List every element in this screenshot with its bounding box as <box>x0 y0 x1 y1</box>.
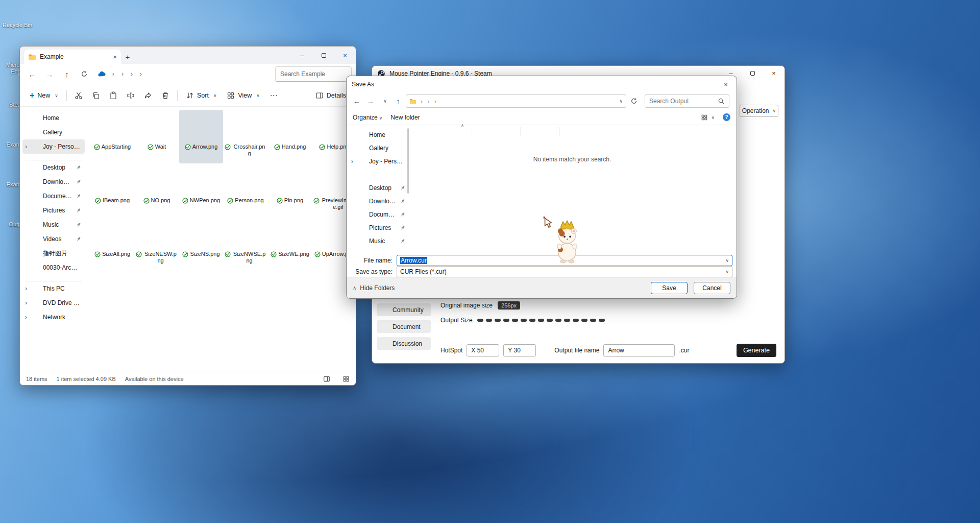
sidebar-item[interactable]: Documents <box>22 189 85 203</box>
chevron-right-icon[interactable]: › <box>351 158 353 165</box>
sidebar-item[interactable]: 00030-ArcMidnight <box>22 260 85 275</box>
sort-button[interactable]: Sort∨ <box>181 87 222 104</box>
close-button[interactable]: × <box>715 76 737 92</box>
output-file-input[interactable]: Arrow <box>603 344 675 356</box>
size-button[interactable] <box>503 319 509 322</box>
sidebar-item[interactable] <box>25 275 82 281</box>
tree-item[interactable]: Pictures <box>349 221 408 234</box>
tree-item[interactable]: Documents <box>349 208 408 221</box>
cut-button[interactable] <box>70 87 87 104</box>
chevron-right-icon[interactable]: › <box>25 314 27 321</box>
copy-button[interactable] <box>88 87 104 104</box>
sidebar-item[interactable]: › This PC <box>22 281 85 296</box>
breadcrumb-item[interactable] <box>109 70 118 78</box>
tree-scrollbar[interactable] <box>407 128 409 194</box>
column-header[interactable] <box>556 127 560 136</box>
recent-locations-button[interactable]: ∨ <box>378 95 390 107</box>
breadcrumb-item[interactable] <box>432 98 439 105</box>
icons-view-toggle-icon[interactable] <box>342 375 350 383</box>
delete-button[interactable] <box>157 87 174 104</box>
tree-item[interactable]: Downloads <box>349 195 408 208</box>
breadcrumb-item[interactable] <box>418 98 425 105</box>
views-button[interactable]: ∨ <box>701 114 715 121</box>
size-button[interactable] <box>581 319 587 322</box>
sidebar-item[interactable]: Videos <box>22 232 85 246</box>
explorer-tab[interactable]: Example × <box>24 50 121 64</box>
breadcrumb-item[interactable] <box>136 70 145 78</box>
size-button[interactable] <box>477 319 483 322</box>
sidebar-item[interactable]: Music <box>22 218 85 232</box>
more-button[interactable]: ⋯ <box>265 87 282 104</box>
minimize-button[interactable]: – <box>291 46 313 64</box>
back-button[interactable]: ← <box>24 66 40 82</box>
up-button[interactable]: ↑ <box>59 66 75 82</box>
up-button[interactable]: ↑ <box>392 95 404 107</box>
size-button[interactable] <box>538 319 544 322</box>
breadcrumb-item[interactable] <box>127 70 136 78</box>
breadcrumb-item[interactable] <box>425 98 432 105</box>
file-tile[interactable]: NO.png <box>135 163 179 217</box>
details-button[interactable]: Details <box>311 87 351 104</box>
new-button[interactable]: +New∨ <box>25 87 63 104</box>
save-as-type-dropdown[interactable]: CUR Files (*.cur) ∨ <box>397 266 732 277</box>
steam-side-button[interactable]: Discussion <box>377 337 431 350</box>
file-tile[interactable]: AppStarting <box>90 110 134 163</box>
file-tile[interactable]: SizeNWSE.png <box>224 217 267 271</box>
size-button[interactable] <box>512 319 518 322</box>
sidebar-item[interactable]: 指针图片 <box>22 246 85 260</box>
desktop-icon[interactable]: Recycle Bin <box>1 3 34 38</box>
hide-folders-button[interactable]: ∧ Hide Folders <box>353 284 395 292</box>
rename-button[interactable] <box>122 87 139 104</box>
hotspot-x-input[interactable]: X 50 <box>467 344 499 356</box>
steam-side-button[interactable]: Document <box>377 320 431 333</box>
size-button[interactable] <box>590 319 596 322</box>
size-button[interactable] <box>547 319 553 322</box>
chevron-right-icon[interactable]: › <box>25 143 27 150</box>
size-button[interactable] <box>486 319 492 322</box>
file-tile[interactable]: Pin.png <box>268 163 312 217</box>
close-button[interactable]: × <box>334 46 356 64</box>
dialog-search-box[interactable]: Search Output <box>645 94 729 108</box>
new-tab-button[interactable]: + <box>121 50 134 64</box>
file-tile[interactable]: SizeNESW.png <box>135 217 179 271</box>
column-header[interactable] <box>412 127 472 136</box>
cancel-button[interactable]: Cancel <box>694 282 730 294</box>
operation-dropdown[interactable]: Operation∨ <box>740 105 778 117</box>
paste-button[interactable] <box>105 87 121 104</box>
file-tile[interactable]: SizeAll.png <box>90 217 134 271</box>
size-button[interactable] <box>573 319 579 322</box>
sidebar-item[interactable]: Pictures <box>22 203 85 218</box>
forward-button[interactable]: → <box>364 95 377 107</box>
chevron-right-icon[interactable]: › <box>25 285 27 292</box>
help-button[interactable]: ? <box>723 113 730 121</box>
maximize-button[interactable] <box>742 66 763 81</box>
save-button[interactable]: Save <box>651 282 688 294</box>
refresh-button[interactable] <box>76 66 92 82</box>
organize-button[interactable]: Organize∨ <box>353 114 382 121</box>
size-button[interactable] <box>521 319 527 322</box>
chevron-down-icon[interactable]: ∨ <box>619 99 623 104</box>
chevron-down-icon[interactable]: ∨ <box>725 258 729 263</box>
forward-button[interactable]: → <box>41 66 58 82</box>
sidebar-item[interactable]: Desktop <box>22 160 85 175</box>
sidebar-item[interactable]: Home <box>22 111 85 125</box>
share-button[interactable] <box>140 87 156 104</box>
details-view-toggle-icon[interactable] <box>323 375 330 383</box>
sidebar-item[interactable]: › DVD Drive (D:) Win <box>22 296 85 310</box>
generate-button[interactable]: Generate <box>737 344 776 357</box>
file-tile[interactable]: Arrow.png <box>179 110 223 163</box>
tree-item[interactable]: Desktop <box>349 181 408 195</box>
file-tile[interactable]: IBeam.png <box>90 163 134 217</box>
size-button[interactable] <box>599 319 605 322</box>
steam-side-button[interactable]: Community <box>377 303 431 316</box>
file-tile[interactable]: SizeWE.png <box>268 217 312 271</box>
column-header[interactable] <box>521 127 556 136</box>
tree-item[interactable]: Home <box>349 128 408 141</box>
sidebar-item[interactable] <box>25 154 82 160</box>
address-bar[interactable]: ∨ <box>406 94 626 108</box>
sidebar-item[interactable]: › Joy - Personal <box>22 139 85 154</box>
hotspot-y-input[interactable]: Y 30 <box>503 344 536 356</box>
breadcrumb-item[interactable] <box>118 70 127 78</box>
sidebar-item[interactable]: Downloads <box>22 175 85 189</box>
tree-item[interactable]: Gallery <box>349 141 408 155</box>
